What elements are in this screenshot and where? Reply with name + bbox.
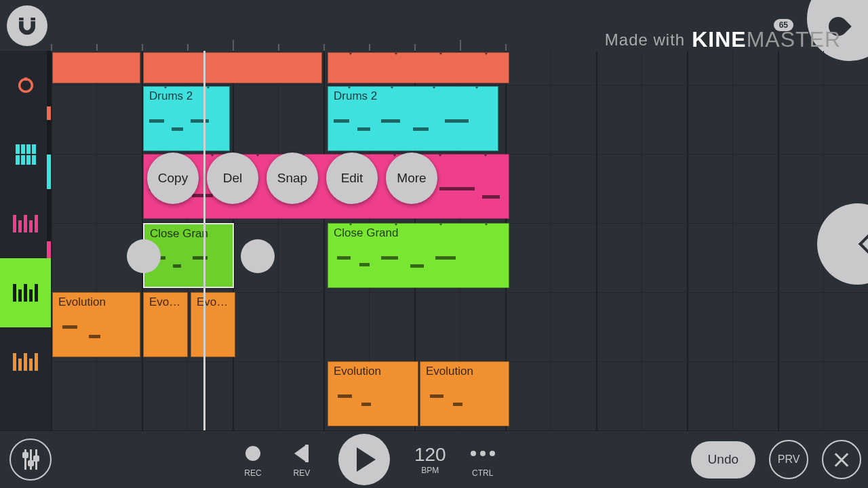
- context-copy-button[interactable]: Copy: [147, 152, 199, 204]
- clip-evolution-e[interactable]: Evolution: [420, 361, 509, 426]
- ctrl-menu-button[interactable]: CTRL: [471, 441, 495, 478]
- clip-red-3[interactable]: [328, 52, 509, 83]
- svg-point-0: [19, 79, 32, 92]
- transport-bar: REC REV 120 BPM CTRL Undo PRV: [0, 430, 868, 488]
- bpm-control[interactable]: 120 BPM: [414, 444, 446, 475]
- selection-handle-left[interactable]: [127, 239, 161, 273]
- play-button[interactable]: [338, 434, 390, 485]
- clip-evolution-c[interactable]: Evolut...: [191, 292, 235, 357]
- playhead[interactable]: [203, 51, 205, 430]
- track-icon-3[interactable]: [0, 189, 51, 258]
- clip-evolution-a[interactable]: Evolution: [52, 292, 140, 357]
- rewind-button[interactable]: REV: [290, 441, 314, 478]
- watermark: Made with KINEMASTER: [605, 27, 841, 52]
- magnet-button[interactable]: [7, 5, 47, 46]
- close-button[interactable]: [822, 440, 861, 479]
- clip-red-2[interactable]: [143, 52, 322, 83]
- track-icon-5[interactable]: [0, 327, 51, 396]
- clip-closegrand-b[interactable]: Close Grand: [328, 223, 509, 288]
- arranger-area[interactable]: Drums 2 Drums 2 Close Gran Close Grand E…: [51, 51, 868, 430]
- track-icon-2[interactable]: [0, 120, 51, 189]
- track-sidebar: [0, 51, 51, 430]
- clip-pink[interactable]: [143, 154, 509, 219]
- svg-rect-1: [24, 77, 27, 81]
- dots-icon: [471, 451, 495, 456]
- context-more-button[interactable]: More: [386, 152, 437, 204]
- context-snap-button[interactable]: Snap: [267, 152, 318, 204]
- prv-button[interactable]: PRV: [769, 440, 808, 479]
- mixer-button[interactable]: [9, 439, 52, 481]
- clip-evolution-b[interactable]: Evolut...: [143, 292, 188, 357]
- track-icon-1[interactable]: [0, 51, 51, 120]
- clip-drums2-a[interactable]: Drums 2: [143, 86, 230, 151]
- clip-red-1[interactable]: [52, 52, 140, 83]
- rewind-icon: [294, 445, 309, 462]
- context-del-button[interactable]: Del: [207, 152, 258, 204]
- selection-handle-right[interactable]: [241, 239, 275, 273]
- track-icon-4[interactable]: [0, 258, 51, 327]
- record-button[interactable]: REC: [241, 441, 265, 478]
- record-icon: [245, 446, 260, 461]
- undo-button[interactable]: Undo: [691, 441, 755, 479]
- clip-drums2-b[interactable]: Drums 2: [328, 86, 498, 151]
- context-edit-button[interactable]: Edit: [326, 152, 378, 204]
- clip-evolution-d[interactable]: Evolution: [328, 361, 418, 426]
